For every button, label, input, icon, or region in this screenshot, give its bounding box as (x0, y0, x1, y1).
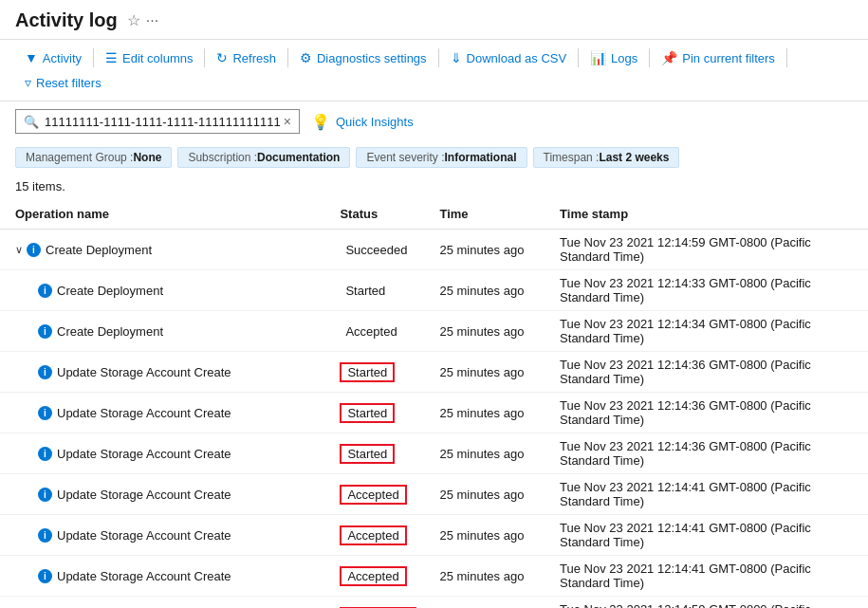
operation-name: Update Storage Account Create (57, 488, 231, 502)
col-header-timestamp: Time stamp (545, 199, 868, 230)
operation-name: Create Deployment (46, 243, 152, 257)
filter-management-group[interactable]: Management Group : None (15, 147, 172, 168)
more-icon[interactable]: ··· (146, 12, 158, 29)
status-badge: Accepted (340, 323, 402, 340)
toolbar: ▼ Activity ☰ Edit columns ↻ Refresh ⚙ Di… (0, 40, 868, 101)
filter-subscription[interactable]: Subscription : Documentation (177, 147, 350, 168)
refresh-button[interactable]: ↻ Refresh (207, 46, 286, 70)
items-count: 15 items. (0, 174, 868, 199)
timestamp-cell: Tue Nov 23 2021 12:14:36 GMT-0800 (Pacif… (545, 393, 868, 433)
search-bar: 🔍 × 💡 Quick Insights (0, 101, 868, 141)
time-cell: 25 minutes ago (424, 433, 545, 474)
lightbulb-icon: 💡 (311, 113, 330, 131)
table-row[interactable]: ∨iCreate DeploymentSucceeded25 minutes a… (0, 230, 868, 270)
filters-bar: Management Group : None Subscription : D… (0, 141, 868, 174)
download-csv-button[interactable]: ⇓ Download as CSV (441, 46, 577, 70)
refresh-icon: ↻ (216, 50, 228, 65)
divider (649, 48, 650, 67)
col-header-operation: Operation name (0, 199, 324, 230)
info-icon: i (38, 528, 52, 543)
table-row[interactable]: iUpdate Storage Account CreateAccepted25… (0, 474, 868, 515)
info-icon: i (38, 406, 52, 420)
reset-filters-button[interactable]: ▿ Reset filters (15, 70, 111, 95)
time-cell: 25 minutes ago (424, 556, 545, 597)
timestamp-cell: Tue Nov 23 2021 12:14:33 GMT-0800 (Pacif… (545, 270, 868, 311)
search-input-wrap: 🔍 × (15, 109, 300, 134)
time-cell: 25 minutes ago (424, 393, 545, 433)
status-badge: Started (340, 283, 391, 299)
operation-name: Create Deployment (57, 324, 163, 339)
clear-search-icon[interactable]: × (284, 114, 291, 129)
col-header-time: Time (424, 199, 545, 230)
table-row[interactable]: iUpdate Storage Account CreateSucceeded2… (0, 597, 868, 609)
timestamp-cell: Tue Nov 23 2021 12:14:34 GMT-0800 (Pacif… (545, 311, 868, 352)
timestamp-cell: Tue Nov 23 2021 12:14:41 GMT-0800 (Pacif… (545, 556, 868, 597)
activity-button[interactable]: ▼ Activity (15, 46, 91, 70)
quick-insights-button[interactable]: 💡 Quick Insights (311, 113, 414, 131)
filter-timespan[interactable]: Timespan : Last 2 weeks (533, 147, 680, 168)
operation-name: Update Storage Account Create (57, 406, 231, 420)
divider (438, 48, 439, 67)
timestamp-cell: Tue Nov 23 2021 12:14:41 GMT-0800 (Pacif… (545, 474, 868, 515)
page-title: Activity log (15, 9, 118, 31)
col-header-status: Status (324, 199, 424, 230)
time-cell: 25 minutes ago (424, 230, 545, 270)
status-badge: Started (340, 403, 395, 423)
operation-name: Update Storage Account Create (57, 528, 231, 543)
table-row[interactable]: iUpdate Storage Account CreateStarted25 … (0, 393, 868, 433)
table-row[interactable]: iCreate DeploymentAccepted25 minutes ago… (0, 311, 868, 352)
activity-table: Operation name Status Time Time stamp ∨i… (0, 199, 868, 608)
chart-icon: 📊 (590, 50, 606, 65)
pin-filters-button[interactable]: 📌 Pin current filters (652, 46, 785, 70)
operation-name: Create Deployment (57, 284, 163, 298)
divider (204, 48, 205, 67)
search-icon: 🔍 (24, 115, 39, 129)
table-row[interactable]: iUpdate Storage Account CreateStarted25 … (0, 433, 868, 474)
download-icon: ⇓ (451, 50, 462, 65)
edit-columns-button[interactable]: ☰ Edit columns (96, 46, 202, 70)
filter-icon: ▿ (25, 75, 31, 90)
info-icon: i (38, 569, 52, 583)
info-icon: i (38, 447, 52, 461)
status-badge: Accepted (340, 485, 406, 505)
divider (93, 48, 94, 67)
time-cell: 25 minutes ago (424, 311, 545, 352)
filter-event-severity[interactable]: Event severity : Informational (356, 147, 526, 168)
time-cell: 25 minutes ago (424, 597, 545, 609)
info-icon: i (27, 243, 41, 257)
title-bar: Activity log ☆ ··· (0, 0, 868, 40)
columns-icon: ☰ (105, 50, 118, 65)
expand-icon[interactable]: ∨ (15, 244, 23, 256)
divider (578, 48, 579, 67)
status-badge: Accepted (340, 566, 406, 586)
info-icon: i (38, 488, 52, 502)
status-badge: Started (340, 362, 395, 382)
info-icon: i (38, 324, 52, 339)
timestamp-cell: Tue Nov 23 2021 12:14:41 GMT-0800 (Pacif… (545, 515, 868, 556)
table-row[interactable]: iUpdate Storage Account CreateStarted25 … (0, 352, 868, 393)
search-input[interactable] (45, 115, 284, 129)
status-badge: Accepted (340, 525, 406, 545)
operation-name: Update Storage Account Create (57, 365, 231, 379)
pin-icon: 📌 (661, 50, 677, 65)
time-cell: 25 minutes ago (424, 270, 545, 311)
divider (786, 48, 787, 67)
time-cell: 25 minutes ago (424, 352, 545, 393)
timestamp-cell: Tue Nov 23 2021 12:14:59 GMT-0800 (Pacif… (545, 597, 868, 609)
timestamp-cell: Tue Nov 23 2021 12:14:36 GMT-0800 (Pacif… (545, 352, 868, 393)
info-icon: i (38, 284, 52, 298)
table-row[interactable]: iCreate DeploymentStarted25 minutes agoT… (0, 270, 868, 311)
timestamp-cell: Tue Nov 23 2021 12:14:59 GMT-0800 (Pacif… (545, 230, 868, 270)
table-row[interactable]: iUpdate Storage Account CreateAccepted25… (0, 556, 868, 597)
chevron-down-icon: ▼ (25, 50, 38, 65)
status-badge: Succeeded (340, 242, 413, 258)
operation-name: Update Storage Account Create (57, 569, 231, 583)
divider (287, 48, 288, 67)
star-icon[interactable]: ☆ (127, 11, 140, 29)
table-row[interactable]: iUpdate Storage Account CreateAccepted25… (0, 515, 868, 556)
time-cell: 25 minutes ago (424, 515, 545, 556)
status-badge: Started (340, 444, 395, 464)
time-cell: 25 minutes ago (424, 474, 545, 515)
logs-button[interactable]: 📊 Logs (581, 46, 647, 70)
diagnostics-button[interactable]: ⚙ Diagnostics settings (290, 46, 436, 70)
